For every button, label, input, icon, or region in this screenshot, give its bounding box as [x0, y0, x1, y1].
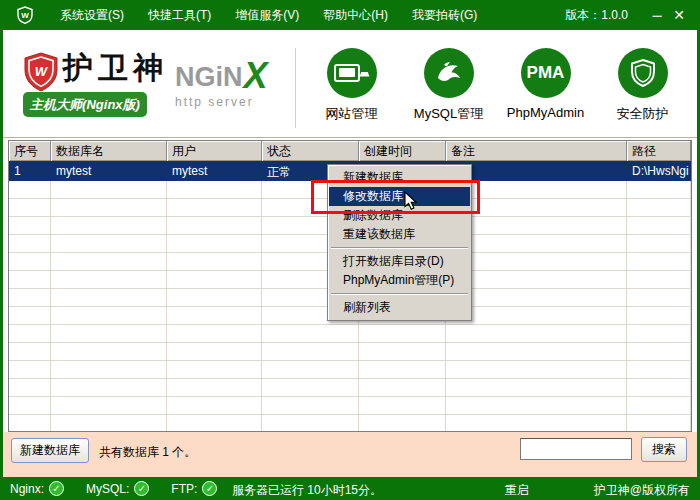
table-empty-cell	[627, 289, 691, 307]
table-cell: D:\HwsNgi	[627, 161, 691, 181]
menu-item-refresh-list[interactable]: 刷新列表	[329, 298, 470, 317]
table-empty-cell	[627, 343, 691, 361]
table-empty-cell	[446, 235, 627, 253]
table-empty-cell	[627, 253, 691, 271]
table-empty-cell	[51, 217, 167, 235]
menu-item-new-db[interactable]: 新建数据库	[329, 168, 470, 187]
table-empty-row	[9, 343, 691, 361]
table-empty-cell	[627, 235, 691, 253]
table-empty-cell	[51, 343, 167, 361]
search-button[interactable]: 搜索	[641, 437, 687, 462]
app-name: 护卫神	[63, 48, 168, 89]
service-ok-icon-ftp: ✓	[202, 481, 217, 496]
table-empty-cell	[446, 307, 627, 325]
titlebar-menu-help-center[interactable]: 帮助中心(H)	[311, 7, 400, 24]
table-empty-cell	[446, 253, 627, 271]
service-status-ftp: FTP:✓	[171, 481, 217, 496]
version-label: 版本：1.0.0	[565, 7, 628, 24]
table-cell: mytest	[51, 161, 167, 181]
column-header-6[interactable]: 路径	[627, 141, 691, 161]
toolbar-buttons: 网站管理MySQL管理PMAPhpMyAdmin安全防护	[303, 48, 693, 123]
table-empty-cell	[627, 217, 691, 235]
toolbar-separator	[295, 48, 296, 128]
toolbar-phpmyadmin[interactable]: PMAPhpMyAdmin	[497, 48, 594, 123]
close-button[interactable]: ✕	[668, 7, 690, 23]
table-empty-cell	[9, 271, 51, 289]
service-label-nginx: Nginx:	[10, 482, 44, 496]
nginx-logo-x: X	[244, 62, 268, 89]
table-empty-row	[9, 361, 691, 379]
menu-item-open-db-dir[interactable]: 打开数据库目录(D)	[329, 252, 470, 271]
copyright-text: 护卫神@版权所有	[594, 482, 690, 499]
minimize-button[interactable]: ─	[646, 8, 668, 23]
table-cell	[446, 161, 627, 181]
restart-button[interactable]: 重启	[505, 482, 529, 499]
table-empty-cell	[167, 217, 262, 235]
menu-item-edit-db[interactable]: 修改数据库	[329, 187, 470, 206]
monitor-icon	[327, 48, 377, 98]
titlebar-menu-value-added-services[interactable]: 增值服务(V)	[223, 7, 311, 24]
table-empty-row	[9, 397, 691, 415]
table-empty-cell	[627, 415, 691, 432]
menu-item-delete-db[interactable]: 删除数据库	[329, 206, 470, 225]
titlebar-menu-quick-tools[interactable]: 快捷工具(T)	[136, 7, 223, 24]
titlebar: W 系统设置(S)快捷工具(T)增值服务(V)帮助中心(H)我要拍砖(G) 版本…	[0, 0, 700, 30]
table-empty-cell	[446, 289, 627, 307]
table-empty-cell	[167, 343, 262, 361]
table-empty-cell	[167, 325, 262, 343]
menu-item-pma-manage[interactable]: PhpMyAdmin管理(P)	[329, 271, 470, 290]
table-empty-cell	[262, 415, 359, 432]
toolbar-site-manage[interactable]: 网站管理	[303, 48, 400, 123]
toolbar-security[interactable]: 安全防护	[594, 48, 691, 123]
table-empty-cell	[359, 415, 446, 432]
column-header-3[interactable]: 状态	[262, 141, 359, 161]
table-empty-cell	[627, 397, 691, 415]
new-database-button[interactable]: 新建数据库	[11, 438, 89, 463]
table-empty-cell	[9, 379, 51, 397]
table-empty-cell	[9, 235, 51, 253]
table-empty-cell	[446, 361, 627, 379]
table-empty-cell	[9, 289, 51, 307]
table-empty-cell	[262, 343, 359, 361]
service-ok-icon-mysql: ✓	[134, 481, 149, 496]
column-header-2[interactable]: 用户	[167, 141, 262, 161]
svg-text:W: W	[21, 11, 29, 20]
titlebar-menu-feedback[interactable]: 我要拍砖(G)	[400, 7, 489, 24]
edition-badge: 主机大师(Nginx版)	[23, 92, 147, 117]
search-input[interactable]	[520, 438, 632, 460]
column-header-4[interactable]: 创建时间	[359, 141, 446, 161]
table-empty-cell	[9, 199, 51, 217]
table-empty-row	[9, 415, 691, 432]
table-empty-cell	[262, 379, 359, 397]
table-empty-cell	[51, 289, 167, 307]
brand-shield-icon: W	[23, 52, 59, 96]
nginx-logo-subtitle: http server	[175, 95, 268, 109]
toolbar-label-phpmyadmin: PhpMyAdmin	[507, 105, 584, 120]
table-empty-cell	[167, 199, 262, 217]
column-header-5[interactable]: 备注	[446, 141, 627, 161]
table-empty-cell	[359, 361, 446, 379]
table-empty-row	[9, 379, 691, 397]
app-window: W 系统设置(S)快捷工具(T)增值服务(V)帮助中心(H)我要拍砖(G) 版本…	[0, 0, 700, 500]
table-empty-cell	[627, 325, 691, 343]
table-empty-row	[9, 325, 691, 343]
table-empty-cell	[167, 307, 262, 325]
titlebar-menu-system-settings[interactable]: 系统设置(S)	[48, 7, 136, 24]
toolbar-label-site-manage: 网站管理	[326, 105, 378, 123]
app-logo-icon: W	[16, 6, 34, 24]
dolphin-icon	[424, 48, 474, 98]
toolbar-mysql-manage[interactable]: MySQL管理	[400, 48, 497, 123]
menu-separator	[331, 293, 468, 295]
menu-item-rebuild-db[interactable]: 重建该数据库	[329, 225, 470, 244]
column-header-0[interactable]: 序号	[9, 141, 51, 161]
table-empty-cell	[167, 181, 262, 199]
database-count-text: 共有数据库 1 个。	[99, 444, 196, 461]
table-empty-cell	[9, 343, 51, 361]
column-header-1[interactable]: 数据库名	[51, 141, 167, 161]
footer-bar: 新建数据库 共有数据库 1 个。 搜索	[3, 432, 697, 477]
table-empty-cell	[9, 415, 51, 432]
table-empty-cell	[627, 307, 691, 325]
service-status-mysql: MySQL:✓	[86, 481, 149, 496]
table-empty-cell	[9, 397, 51, 415]
table-empty-cell	[51, 271, 167, 289]
